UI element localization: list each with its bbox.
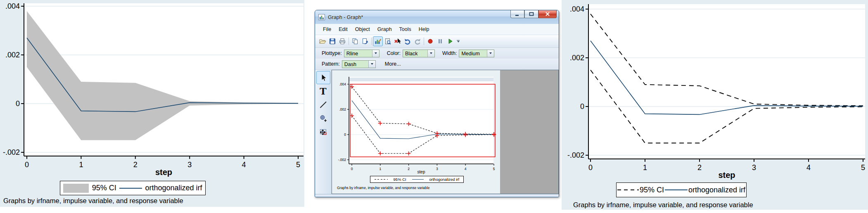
screenshot-root: .004.0020-.002012345 step 95% CI orthogo… xyxy=(0,0,868,213)
status-strip xyxy=(315,194,559,197)
plot-area xyxy=(588,4,865,159)
copy-icon[interactable] xyxy=(350,36,360,46)
undo-icon[interactable] xyxy=(403,36,413,46)
pattern-select[interactable]: Dash xyxy=(342,60,376,68)
x-tick-label: 4 xyxy=(465,167,467,171)
y-tick-label: .002 xyxy=(339,107,346,111)
y-tick-label: 0 xyxy=(580,102,584,111)
pattern-value: Dash xyxy=(342,61,368,68)
titlebar[interactable]: Graph - Graph* xyxy=(315,10,559,24)
editor-preview-chart[interactable]: .004.0020-.002012345step xyxy=(332,71,500,193)
chevron-down-icon[interactable] xyxy=(372,50,379,57)
graph-note: Graphs by irfname, impulse variable, and… xyxy=(3,197,183,205)
color-select[interactable]: Black xyxy=(403,50,435,57)
y-tick-label: -.002 xyxy=(3,148,20,156)
legend: 95% CI orthogonalized irf xyxy=(60,181,206,195)
y-tick-label: -.002 xyxy=(567,151,584,159)
pattern-label: Pattern: xyxy=(322,61,340,67)
ci-band-swatch xyxy=(63,184,89,193)
graph-editor-icon[interactable] xyxy=(373,36,383,46)
y-tick-label: .004 xyxy=(5,2,20,10)
line-tool[interactable] xyxy=(316,98,330,111)
toolbar-separator xyxy=(424,38,424,45)
graph-app-icon xyxy=(318,14,326,21)
y-tick-label: -.002 xyxy=(338,158,346,162)
menu-edit[interactable]: Edit xyxy=(335,25,351,33)
editor-legend[interactable]: 95% CI orthogonalized irf xyxy=(370,176,464,183)
graph-note: Graphs by irfname, impulse variable, and… xyxy=(573,201,753,209)
irf-line-swatch xyxy=(412,179,424,180)
toolbar xyxy=(315,35,559,48)
toolbar-overflow-icon[interactable] xyxy=(457,40,460,43)
irf-line-swatch xyxy=(665,189,688,190)
legend-label-ci: 95% CI xyxy=(92,184,116,192)
copy-graph-icon[interactable] xyxy=(360,36,370,46)
legend-label-irf: orthogonalized irf xyxy=(688,186,745,194)
x-axis-title: step xyxy=(588,170,865,180)
legend-label-ci: 95% CI xyxy=(394,177,406,182)
color-value: Black xyxy=(403,50,427,57)
contextual-toolbar-row1: Plottype: Rline Color: Black Width: Medi… xyxy=(315,48,559,59)
chevron-down-icon[interactable] xyxy=(368,61,375,68)
y-tick-label: 0 xyxy=(16,99,20,108)
canvas-overflow-area xyxy=(500,70,558,194)
print-icon[interactable] xyxy=(337,36,347,46)
width-select[interactable]: Medium xyxy=(459,50,494,57)
editor-graph-note[interactable]: Graphs by irfname, impulse variable, and… xyxy=(337,186,429,190)
plot-area xyxy=(349,77,493,164)
x-tick-label: 3 xyxy=(436,167,438,171)
open-icon[interactable] xyxy=(318,36,327,46)
left-irf-chart-panel: .004.0020-.002012345 step 95% CI orthogo… xyxy=(0,0,304,213)
menu-graph[interactable]: Graph xyxy=(374,25,396,33)
marker-tool[interactable] xyxy=(316,112,330,125)
x-tick-label: 2 xyxy=(408,167,410,171)
x-axis-title: step xyxy=(417,170,425,174)
minimize-button[interactable] xyxy=(510,10,524,18)
maximize-button[interactable] xyxy=(524,10,538,18)
menu-tools[interactable]: Tools xyxy=(396,25,415,33)
redo-icon[interactable] xyxy=(413,36,422,46)
plottype-value: Rline xyxy=(344,50,372,57)
save-icon[interactable] xyxy=(327,36,337,46)
editor-graph-region[interactable]: .004.0020-.002012345step xyxy=(332,70,500,193)
select-tool[interactable] xyxy=(316,71,330,84)
right-irf-chart: .004.0020-.002012345 xyxy=(562,0,868,213)
plottype-select[interactable]: Rline xyxy=(344,50,379,57)
menu-help[interactable]: Help xyxy=(415,25,433,33)
chevron-down-icon[interactable] xyxy=(427,50,434,57)
play-icon[interactable] xyxy=(445,36,455,46)
x-tick-label: 0 xyxy=(351,167,353,171)
editor-canvas[interactable]: .004.0020-.002012345step 95% CI orthogon… xyxy=(332,70,559,194)
chevron-down-icon[interactable] xyxy=(487,50,494,57)
toolbar-separator xyxy=(371,38,372,45)
legend: 95% CI orthogonalized irf xyxy=(616,182,747,197)
y-tick-label: .004 xyxy=(339,82,346,86)
color-label: Color: xyxy=(387,50,401,56)
text-tool[interactable]: T xyxy=(316,85,330,98)
y-tick-label: .002 xyxy=(5,51,20,59)
x-tick-label: 5 xyxy=(493,167,495,171)
grid-edit-tool[interactable] xyxy=(316,125,330,139)
legend-label-irf: orthogonalized irf xyxy=(145,184,202,192)
legend-label-ci: 95% CI xyxy=(640,186,664,194)
menu-object[interactable]: Object xyxy=(351,25,374,33)
irf-line-swatch xyxy=(119,188,142,189)
y-tick-label: .004 xyxy=(570,5,584,13)
x-tick-label: 1 xyxy=(379,167,381,171)
delete-object-icon[interactable] xyxy=(393,36,403,46)
plottype-label: Plottype: xyxy=(322,50,342,56)
more-button[interactable]: More... xyxy=(385,61,401,67)
menubar: File Edit Object Graph Tools Help xyxy=(315,24,559,35)
y-tick-label: .002 xyxy=(570,54,584,62)
x-axis-title: step xyxy=(24,168,304,177)
record-icon[interactable] xyxy=(425,36,435,46)
log-icon[interactable] xyxy=(383,36,393,46)
window-controls xyxy=(510,10,557,18)
plot-top-strip xyxy=(349,78,493,81)
pause-icon[interactable] xyxy=(435,36,445,46)
tool-palette: T xyxy=(315,70,332,194)
contextual-toolbar-row2: Pattern: Dash More... xyxy=(315,59,559,70)
width-value: Medium xyxy=(459,50,487,57)
menu-file[interactable]: File xyxy=(319,25,335,33)
close-button[interactable] xyxy=(538,10,557,18)
